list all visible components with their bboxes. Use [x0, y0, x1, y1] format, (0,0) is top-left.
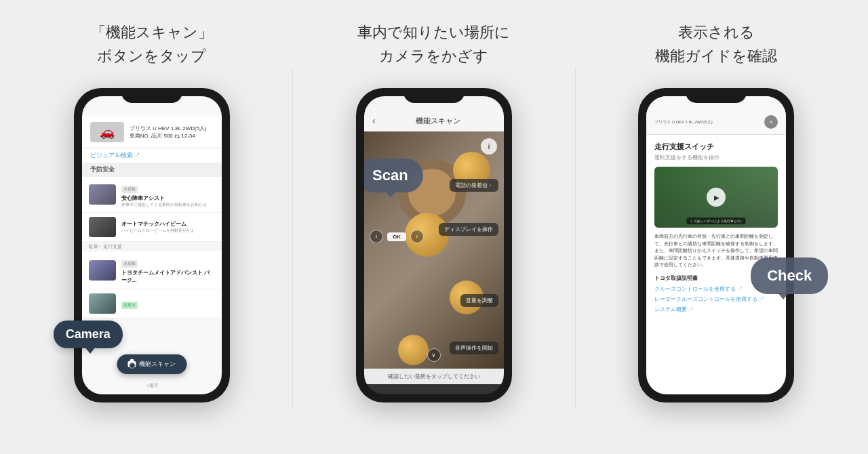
feature-name-1: 安心降車アシスト: [121, 194, 215, 202]
overlay-label-4: 音声操作を開始: [450, 342, 498, 354]
feature-item-2[interactable]: オートマチックハイビーム ハイビームとロービームを自動切りかえ: [82, 213, 222, 242]
manual-link-3[interactable]: システム概要 ↗: [654, 306, 778, 313]
manual-link-2[interactable]: レーダークルーズコントロールを使用する ↗: [654, 295, 778, 303]
phone-frame-3: プリウス U HEV 1.8L 2WD(5人) × 走行支援スイッチ 運転支援を…: [638, 88, 794, 403]
video-thumbnail[interactable]: ▶ ミリ波レーダーにより先行車との...: [654, 167, 778, 228]
arrow-right[interactable]: ›: [410, 230, 424, 243]
phone-notch-2: [403, 88, 465, 103]
feature-info-2: オートマチックハイビーム ハイビームとロービームを自動切りかえ: [121, 220, 215, 234]
feature-badge-3: 未搭載: [121, 260, 138, 268]
ok-button[interactable]: OK: [387, 232, 406, 241]
phone-notch-3: [686, 88, 747, 103]
overlay-label-3: 音量を調整: [460, 294, 498, 307]
info-button[interactable]: i: [481, 138, 497, 154]
feature-badge-1: 未搭載: [121, 186, 138, 193]
nav-arrows: ‹ OK ›: [370, 230, 424, 243]
guide-subtitle: 運転支援をする機能を操作: [654, 154, 778, 161]
feature-thumb-4: [89, 293, 116, 314]
phone-frame-1: 🚗 プリウス U HEV 1.8L 2WD(5人) 車両NO. 品川 500 ね…: [74, 88, 230, 403]
camera-scan-button[interactable]: 機能スキャン: [117, 354, 186, 374]
play-button-icon[interactable]: ▶: [707, 188, 726, 207]
overlay-label-2: ディスプレイを操作: [439, 223, 498, 236]
back-button[interactable]: ‹: [372, 115, 376, 126]
scan-header-title: 機能スキャン: [381, 116, 496, 126]
section-2-title: 車内で知りたい場所に カメラをかざす: [357, 20, 510, 68]
scan-bubble: Scan: [364, 159, 423, 192]
phone-screen-2: ‹ 機能スキャン i 電: [364, 96, 504, 394]
feature-name-2: オートマチックハイビーム: [121, 220, 215, 228]
parking-section-label: 駐車・走行支援: [82, 242, 222, 251]
feature-item-1[interactable]: 未搭載 安心降車アシスト 停車中に接近してくる車両や自転車をお知らせ: [82, 177, 222, 213]
camera-bubble: Camera: [54, 321, 123, 348]
section-3-title: 表示される 機能ガイドを確認: [655, 20, 777, 68]
feature-info-4: 搭載済: [121, 297, 215, 310]
safety-section-header: 予防安全: [82, 163, 222, 177]
feature-item-4[interactable]: 搭載済: [82, 289, 222, 318]
scan-bottom-text: 確認したい箇所をタップしてください: [364, 369, 504, 384]
section-2: 車内で知りたい場所に カメラをかざす ‹ 機能スキャン: [298, 20, 570, 403]
check-bubble: Check: [751, 257, 828, 294]
phone-screen-3: プリウス U HEV 1.8L 2WD(5人) × 走行支援スイッチ 運転支援を…: [646, 96, 786, 394]
feature-item-3[interactable]: 未搭載 トヨタチームメイトアドバンスト パーク...: [82, 251, 222, 289]
phone-screen-1: 🚗 プリウス U HEV 1.8L 2WD(5人) 車両NO. 品川 500 ね…: [82, 96, 222, 394]
car-image: 🚗: [90, 122, 124, 142]
footer-text: （後方: [144, 382, 159, 389]
feature-thumb-3: [89, 260, 116, 281]
guide-content: 走行支援スイッチ 運転支援をする機能を操作 ▶ ミリ波レーダーにより先行車との.…: [646, 135, 786, 323]
feature-info-3: 未搭載 トヨタチームメイトアドバンスト パーク...: [121, 255, 215, 285]
arrow-left[interactable]: ‹: [370, 230, 383, 243]
feature-name-3: トヨタチームメイトアドバンスト パーク...: [121, 269, 215, 284]
camera-view: i 電話の発着信・ ディスプレイを操作 ‹ OK ›: [364, 131, 504, 369]
overlay-label-1: 電話の発着信・: [450, 179, 498, 192]
divider-1: [292, 68, 293, 407]
car-text: プリウス U HEV 1.8L 2WD(5人) 車両NO. 品川 500 ね 1…: [130, 125, 207, 140]
guide-car-info: プリウス U HEV 1.8L 2WD(5人): [654, 119, 762, 125]
camera-icon: [127, 361, 136, 367]
feature-badge-4: 搭載済: [121, 302, 138, 309]
feature-desc-2: ハイビームとロービームを自動切りかえ: [121, 228, 215, 234]
section-3: 表示される 機能ガイドを確認 プリウス U HEV 1.8L 2WD(5人) ×…: [580, 20, 852, 403]
section-1-title: 「機能スキャン」 ボタンをタップ: [91, 20, 213, 68]
feature-thumb-2: [89, 217, 116, 237]
feature-desc-1: 停車中に接近してくる車両や自転車をお知らせ: [121, 203, 215, 208]
feature-thumb-1: [89, 184, 116, 205]
page-wrapper: 「機能スキャン」 ボタンをタップ 🚗 プリウス U HEV 1.8L 2WD(5…: [0, 0, 868, 454]
visual-search-link[interactable]: ビジュアル検索 ↗: [82, 148, 222, 163]
phone-frame-2: ‹ 機能スキャン i 電: [356, 88, 512, 403]
feature-info-1: 未搭載 安心降車アシスト 停車中に接近してくる車両や自転車をお知らせ: [121, 181, 215, 208]
divider-2: [575, 68, 576, 407]
golden-button-4[interactable]: [398, 335, 429, 365]
car-info: 🚗 プリウス U HEV 1.8L 2WD(5人) 車両NO. 品川 500 ね…: [82, 117, 222, 148]
guide-title: 走行支援スイッチ: [654, 142, 778, 152]
section-1: 「機能スキャン」 ボタンをタップ 🚗 プリウス U HEV 1.8L 2WD(5…: [16, 20, 288, 403]
radar-label: ミリ波レーダーにより先行車との...: [687, 218, 746, 224]
close-button[interactable]: ×: [764, 115, 778, 129]
chevron-down-icon[interactable]: ∨: [427, 348, 441, 362]
phone-notch-1: [121, 88, 182, 103]
